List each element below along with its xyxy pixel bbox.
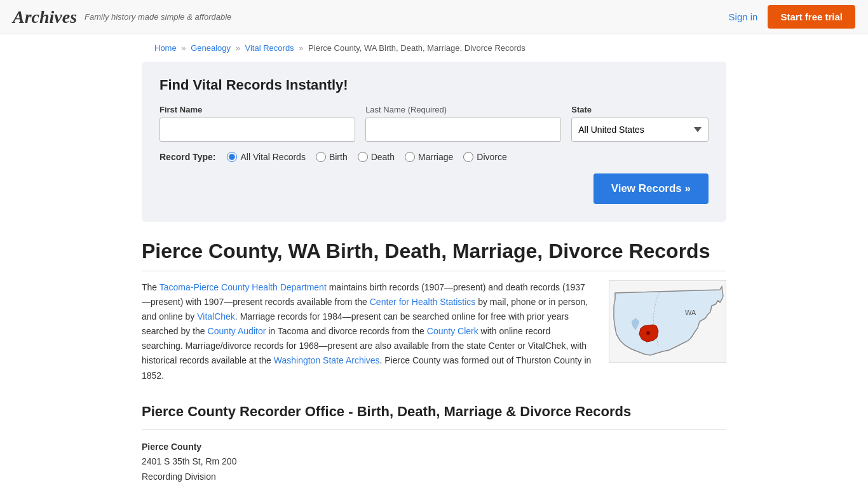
last-name-text: Last Name (365, 105, 405, 114)
last-name-input[interactable] (365, 118, 561, 142)
site-header: Archives Family history made simple & af… (0, 0, 868, 34)
first-name-input[interactable] (159, 118, 355, 142)
state-select[interactable]: All United States Alabama Alaska Arizona… (571, 118, 709, 142)
radio-death[interactable]: Death (358, 152, 395, 162)
search-box: Find Vital Records Instantly! First Name… (142, 62, 726, 222)
radio-all-vital-label: All Vital Records (240, 152, 305, 162)
radio-birth-label: Birth (329, 152, 348, 162)
radio-marriage-input[interactable] (405, 152, 415, 162)
content-paragraph: The Tacoma-Pierce County Health Departme… (142, 280, 593, 383)
record-type-label: Record Type: (159, 152, 215, 162)
content-text: The Tacoma-Pierce County Health Departme… (142, 280, 593, 383)
radio-all-vital[interactable]: All Vital Records (227, 152, 305, 162)
radio-death-input[interactable] (358, 152, 368, 162)
radio-marriage[interactable]: Marriage (405, 152, 453, 162)
radio-death-label: Death (371, 152, 395, 162)
header-left: Archives Family history made simple & af… (13, 7, 231, 27)
radio-divorce-label: Divorce (477, 152, 506, 162)
recorder-section-heading: Pierce County Recorder Office - Birth, D… (142, 403, 726, 420)
header-right: Sign in Start free trial (729, 5, 855, 29)
breadcrumb-sep-2: » (236, 43, 240, 53)
wa-map: WA (609, 280, 726, 383)
breadcrumb: Home » Genealogy » Vital Records » Pierc… (142, 34, 726, 62)
radio-birth[interactable]: Birth (316, 152, 348, 162)
breadcrumb-current: Pierce County, WA Birth, Death, Marriage… (308, 43, 526, 53)
radio-divorce-input[interactable] (463, 152, 473, 162)
radio-all-vital-input[interactable] (227, 152, 237, 162)
first-name-group: First Name (159, 105, 355, 142)
link-wa-archives[interactable]: Washington State Archives (274, 355, 380, 365)
record-type-row: Record Type: All Vital Records Birth Dea… (159, 152, 709, 162)
svg-point-2 (646, 331, 650, 335)
first-name-label: First Name (159, 105, 355, 114)
radio-group: All Vital Records Birth Death Marriage D… (227, 152, 506, 162)
link-vitalchek[interactable]: VitalChek (197, 311, 235, 322)
site-tagline: Family history made simple & affordable (85, 12, 231, 22)
state-label: State (571, 105, 709, 114)
radio-birth-input[interactable] (316, 152, 326, 162)
breadcrumb-vital-records[interactable]: Vital Records (245, 43, 294, 53)
start-trial-button[interactable]: Start free trial (768, 5, 855, 29)
county-name: Pierce County (142, 442, 201, 452)
last-name-group: Last Name (Required) (365, 105, 561, 142)
breadcrumb-sep-3: » (299, 43, 303, 53)
page-title: Pierce County, WA Birth, Death, Marriage… (142, 240, 726, 271)
state-group: State All United States Alabama Alaska A… (571, 105, 709, 142)
last-name-label: Last Name (Required) (365, 105, 561, 114)
link-health-stats[interactable]: Center for Health Statistics (370, 297, 476, 307)
radio-marriage-label: Marriage (418, 152, 453, 162)
required-text: (Required) (408, 105, 447, 114)
breadcrumb-genealogy[interactable]: Genealogy (191, 43, 231, 53)
sign-in-link[interactable]: Sign in (729, 11, 758, 22)
radio-divorce[interactable]: Divorce (463, 152, 506, 162)
recorder-section-body: Pierce County 2401 S 35th St, Rm 200 Rec… (142, 429, 726, 488)
content-area: The Tacoma-Pierce County Health Departme… (142, 280, 726, 383)
search-heading: Find Vital Records Instantly! (159, 77, 709, 93)
view-records-button[interactable]: View Records » (593, 173, 709, 204)
breadcrumb-home[interactable]: Home (154, 43, 177, 53)
address-line2: Recording Division (142, 470, 726, 485)
link-county-auditor[interactable]: County Auditor (208, 326, 266, 336)
search-fields: First Name Last Name (Required) State Al… (159, 105, 709, 142)
address-line3: Tacoma, WA 98409 (142, 485, 726, 488)
link-county-clerk[interactable]: County Clerk (427, 326, 478, 336)
address-line1: 2401 S 35th St, Rm 200 (142, 454, 726, 470)
wa-state-map-svg: WA (609, 280, 726, 363)
site-logo: Archives (13, 7, 77, 27)
svg-text:WA: WA (685, 309, 696, 316)
view-records-row: View Records » (159, 173, 709, 204)
breadcrumb-sep-1: » (181, 43, 186, 53)
address-block: Pierce County 2401 S 35th St, Rm 200 Rec… (142, 440, 726, 488)
link-health-dept[interactable]: Tacoma-Pierce County Health Department (159, 282, 327, 292)
